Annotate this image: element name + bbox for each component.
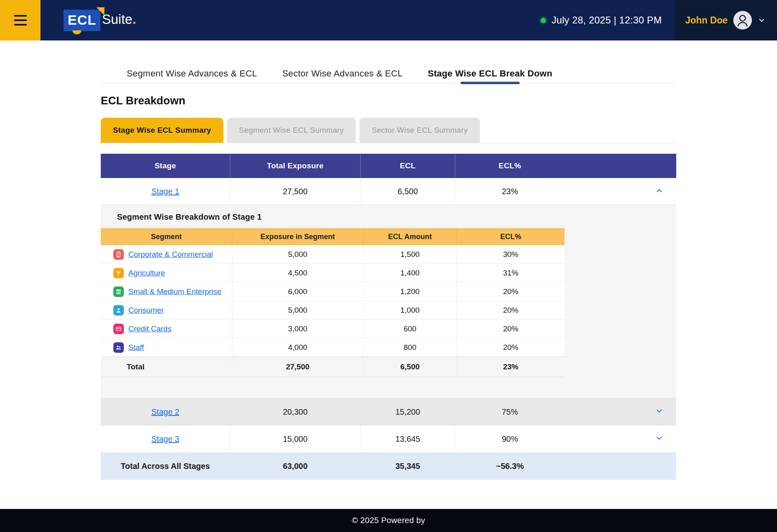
segment-link-corporate[interactable]: Corporate & Commercial	[128, 250, 213, 259]
table-row-stage-3: Stage 3 15,000 13,645 90%	[101, 426, 676, 453]
agriculture-ecl: 1,400	[363, 264, 457, 282]
chevron-down-icon	[655, 407, 663, 417]
app-logo: ECL Suite.	[64, 10, 136, 31]
segment-total-label: Total	[101, 357, 232, 377]
hamburger-icon	[14, 15, 27, 25]
total-all-stages-exposure: 63,000	[230, 453, 361, 480]
main-content: Segment Wise Advances & ECL Sector Wise …	[101, 40, 676, 509]
stage-2-total-exposure: 20,300	[230, 398, 361, 425]
page-title: ECL Breakdown	[101, 95, 676, 107]
agriculture-exposure: 4,500	[232, 264, 363, 282]
segment-breakdown-table: Segment Exposure in Segment ECL Amount E…	[101, 228, 565, 377]
stage-2-link[interactable]: Stage 2	[151, 407, 179, 417]
segment-link-sme[interactable]: Small & Medium Enterprise	[128, 287, 221, 296]
segment-total-exposure: 27,500	[232, 357, 363, 377]
stage-2-ecl: 15,200	[361, 398, 455, 425]
corporate-ecl-pct: 30%	[457, 245, 565, 263]
consumer-ecl: 1,000	[363, 301, 457, 319]
segment-link-consumer[interactable]: Consumer	[128, 306, 164, 315]
tab-segment-wise-advances[interactable]: Segment Wise Advances & ECL	[127, 64, 257, 83]
stage-1-breakdown-panel: Segment Wise Breakdown of Stage 1 Segmen…	[101, 205, 676, 398]
consumer-exposure: 5,000	[232, 301, 363, 319]
col-header-segment: Segment	[101, 228, 232, 245]
credit-cards-ecl-pct: 20%	[457, 320, 565, 338]
breakdown-title: Segment Wise Breakdown of Stage 1	[117, 212, 676, 222]
table-row-total-all-stages: Total Across All Stages 63,000 35,345 ~5…	[101, 453, 676, 480]
segment-link-credit-cards[interactable]: Credit Cards	[128, 324, 172, 333]
col-header-expander	[565, 154, 676, 178]
stage-3-expand-button[interactable]	[565, 426, 676, 452]
table-row-consumer: Consumer 5,000 1,000 20%	[101, 301, 565, 320]
table-row-corporate-commercial: Corporate & Commercial 5,000 1,500 30%	[101, 245, 565, 264]
staff-ecl: 800	[363, 338, 457, 356]
stage-1-total-exposure: 27,500	[230, 178, 361, 205]
sme-ecl: 1,200	[363, 282, 457, 301]
staff-ecl-pct: 20%	[457, 338, 565, 356]
segment-total-ecl: 6,500	[363, 357, 457, 377]
credit-cards-exposure: 3,000	[232, 320, 363, 338]
stage-1-ecl-pct: 23%	[455, 178, 565, 205]
agriculture-ecl-pct: 31%	[457, 264, 565, 282]
segment-total-row: Total 27,500 6,500 23%	[101, 357, 565, 377]
segment-table-header-row: Segment Exposure in Segment ECL Amount E…	[101, 228, 565, 245]
stage-3-link[interactable]: Stage 3	[151, 435, 179, 444]
segment-link-agriculture[interactable]: Agriculture	[128, 269, 165, 278]
tab-sector-wise-advances[interactable]: Sector Wise Advances & ECL	[282, 64, 403, 83]
segment-link-staff[interactable]: Staff	[128, 343, 144, 352]
stage-1-collapse-button[interactable]	[565, 178, 676, 205]
subtab-segment-wise-summary[interactable]: Segment Wise ECL Summary	[227, 118, 356, 143]
corporate-exposure: 5,000	[232, 245, 363, 263]
col-header-ecl-pct: ECL%	[455, 154, 565, 178]
stage-3-ecl: 13,645	[361, 426, 455, 452]
summary-sub-tabs: Stage Wise ECL Summary Segment Wise ECL …	[101, 118, 676, 143]
total-all-stages-ecl: 35,345	[361, 453, 455, 480]
people-icon	[113, 342, 124, 353]
datetime-label: July 28, 2025 | 12:30 PM	[552, 15, 662, 26]
table-header-row: Stage Total Exposure ECL ECL%	[101, 154, 676, 178]
col-header-ecl-amount: ECL Amount	[363, 228, 457, 245]
total-all-stages-ecl-pct: ~56.3%	[455, 453, 565, 480]
active-tab-underline	[461, 82, 520, 84]
subtab-stage-wise-summary[interactable]: Stage Wise ECL Summary	[101, 118, 223, 143]
stage-1-link[interactable]: Stage 1	[151, 187, 179, 196]
logo-ecl-badge: ECL	[64, 10, 100, 31]
tab-label: Stage Wise ECL Break Down	[428, 68, 552, 79]
logo-suite-text: Suite.	[102, 12, 136, 27]
table-row-staff: Staff 4,000 800 20%	[101, 338, 565, 357]
status-online-dot	[541, 18, 546, 23]
table-row-stage-1: Stage 1 27,500 6,500 23%	[101, 178, 676, 205]
consumer-ecl-pct: 20%	[457, 301, 565, 319]
stage-3-ecl-pct: 90%	[455, 426, 565, 452]
stage-ecl-table: Stage Total Exposure ECL ECL% Stage 1 27…	[101, 154, 676, 480]
page-footer: © 2025 Powered by	[0, 509, 777, 532]
stage-1-ecl: 6,500	[361, 178, 455, 205]
subtab-sector-wise-summary[interactable]: Sector Wise ECL Summary	[359, 118, 480, 143]
corporate-ecl: 1,500	[363, 245, 457, 263]
stage-2-expand-button[interactable]	[565, 398, 676, 425]
total-all-stages-label: Total Across All Stages	[101, 453, 230, 480]
user-name-label: John Doe	[685, 15, 728, 26]
avatar	[733, 11, 752, 30]
stage-2-ecl-pct: 75%	[455, 398, 565, 425]
sme-exposure: 6,000	[232, 282, 363, 301]
table-row-stage-2: Stage 2 20,300 15,200 75%	[101, 398, 676, 426]
building-icon	[113, 249, 124, 260]
top-navbar: ECL Suite. July 28, 2025 | 12:30 PM John…	[0, 0, 777, 40]
footer-text: © 2025 Powered by	[352, 516, 425, 525]
col-header-segment-ecl-pct: ECL%	[457, 228, 565, 245]
hamburger-menu-button[interactable]	[0, 0, 40, 40]
table-row-credit-cards: Credit Cards 3,000 600 20%	[101, 320, 565, 338]
chevron-down-icon	[655, 434, 663, 444]
navbar-datetime-area: July 28, 2025 | 12:30 PM	[541, 15, 675, 26]
table-row-agriculture: Agriculture 4,500 1,400 31%	[101, 264, 565, 282]
plant-icon	[113, 268, 124, 278]
chevron-down-icon	[758, 16, 766, 24]
person-icon	[113, 305, 124, 316]
segment-total-ecl-pct: 23%	[457, 357, 565, 377]
table-row-sme: Small & Medium Enterprise 6,000 1,200 20…	[101, 282, 565, 301]
report-tabs: Segment Wise Advances & ECL Sector Wise …	[101, 64, 676, 83]
user-menu[interactable]: John Doe	[675, 0, 777, 40]
credit-cards-ecl: 600	[363, 320, 457, 338]
tab-stage-wise-ecl-breakdown[interactable]: Stage Wise ECL Break Down	[428, 64, 552, 83]
stage-3-total-exposure: 15,000	[230, 426, 361, 452]
